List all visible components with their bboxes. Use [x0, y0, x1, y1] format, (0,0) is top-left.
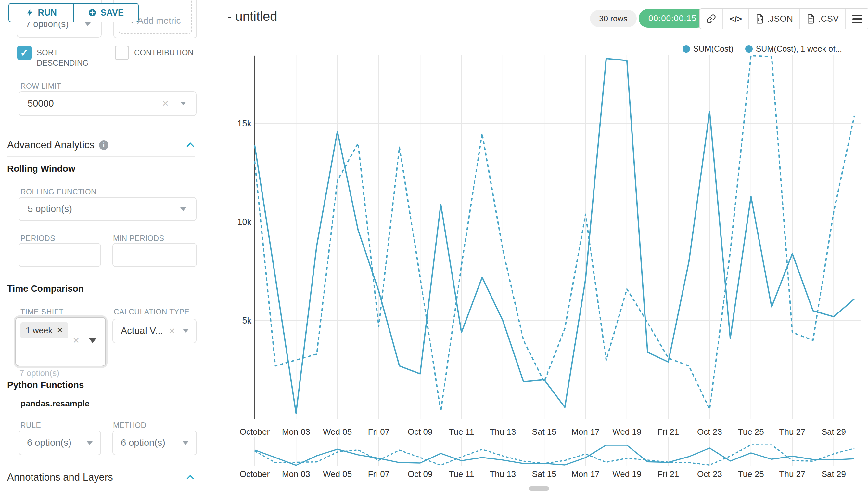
legend-dot-icon — [683, 45, 690, 53]
y-tick-label: 10k — [237, 217, 251, 227]
x-tick-label: Sat 15 — [532, 427, 556, 437]
explore-page: { "run_bar": { "run": "RUN", "save": "SA… — [0, 0, 868, 491]
calculation-type-select[interactable]: Actual V... × — [113, 319, 196, 343]
x-tick-label: Fri 07 — [368, 427, 390, 437]
chevron-down-icon — [85, 23, 91, 26]
control-panel: 7 option(s) + Add metric ✓ SORT DESCENDI… — [0, 0, 206, 491]
x-tick-label: Sat 29 — [822, 427, 846, 437]
time-shift-tag-label: 1 week — [26, 325, 52, 336]
run-button[interactable]: RUN — [9, 4, 74, 22]
export-csv-button[interactable]: .CSV — [800, 9, 846, 29]
time-shift-select[interactable]: 1 week ✕ × — [15, 317, 106, 367]
legend-item[interactable]: SUM(Cost), 1 week of... — [745, 44, 842, 54]
horizontal-scrollbar-thumb[interactable] — [529, 487, 549, 491]
x-tick-label: Thu 27 — [779, 427, 806, 437]
y-tick-label: 15k — [237, 119, 251, 128]
embed-code-button[interactable]: </> — [723, 9, 749, 29]
contribution-label: CONTRIBUTION — [134, 46, 194, 58]
x-tick-label: Wed 05 — [323, 427, 352, 437]
copy-link-button[interactable] — [700, 9, 723, 29]
export-toolbar: </> .JSON .CSV — [699, 8, 868, 29]
legend-item[interactable]: SUM(Cost) — [683, 44, 734, 54]
export-json-label: .JSON — [767, 14, 793, 24]
section-divider — [7, 156, 195, 157]
export-json-button[interactable]: .JSON — [749, 9, 800, 29]
panel-divider — [206, 0, 206, 491]
series-line-offset — [255, 56, 855, 411]
mini-x-tick-label: October — [240, 469, 270, 479]
save-label: SAVE — [100, 8, 124, 18]
mini-x-tick-label: Oct 09 — [408, 469, 433, 479]
periods-input[interactable] — [19, 243, 101, 267]
contribution-checkbox[interactable] — [115, 46, 129, 60]
clear-icon[interactable]: × — [73, 335, 79, 346]
sort-descending-row: ✓ SORT DESCENDING — [17, 46, 92, 68]
annotations-layers-header[interactable]: Annotations and Layers — [7, 471, 195, 483]
link-icon — [706, 14, 716, 24]
x-tick-label: October — [240, 427, 270, 437]
tag-remove-icon[interactable]: ✕ — [57, 326, 63, 335]
annotations-layers-title: Annotations and Layers — [7, 471, 113, 483]
x-tick-label: Thu 13 — [490, 427, 516, 437]
mini-x-tick-label: Tue 11 — [449, 469, 474, 479]
mini-x-tick-label: Tue 25 — [738, 469, 764, 479]
python-functions-title: Python Functions — [7, 380, 84, 390]
rule-label: RULE — [21, 421, 41, 430]
mini-x-tick-label: Fri 07 — [368, 469, 390, 479]
clear-icon[interactable]: × — [168, 325, 175, 336]
export-csv-label: .CSV — [818, 14, 839, 24]
mini-x-tick-label: Fri 21 — [657, 469, 679, 479]
mini-series-line-offset — [255, 445, 855, 465]
rolling-function-label: ROLLING FUNCTION — [21, 187, 96, 196]
mini-x-tick-label: Sat 15 — [532, 469, 556, 479]
time-shift-tag: 1 week ✕ — [21, 322, 68, 339]
clear-icon[interactable]: × — [162, 97, 168, 109]
rolling-function-select[interactable]: 5 option(s) — [19, 197, 196, 221]
rolling-function-value: 5 option(s) — [28, 204, 72, 214]
file-json-icon — [755, 14, 764, 24]
run-label: RUN — [38, 8, 57, 18]
chevron-down-icon[interactable] — [89, 339, 96, 343]
series-line — [255, 59, 855, 413]
time-shift-helper: 7 option(s) — [20, 368, 59, 378]
chevron-down-icon — [183, 329, 189, 333]
periods-label: PERIODS — [21, 234, 55, 243]
mini-x-tick-label: Wed 19 — [612, 469, 641, 479]
chevron-up-icon[interactable] — [185, 472, 195, 483]
x-tick-label: Fri 21 — [657, 427, 679, 437]
row-limit-select[interactable]: 50000 × — [19, 91, 196, 116]
advanced-analytics-header[interactable]: Advanced Analytics i — [7, 139, 195, 151]
chevron-up-icon[interactable] — [185, 140, 195, 150]
chevron-down-icon — [180, 102, 186, 105]
mini-x-tick-label: Wed 05 — [323, 469, 352, 479]
chart-legend: SUM(Cost)SUM(Cost), 1 week of... — [683, 44, 842, 54]
method-select[interactable]: 6 option(s) — [113, 431, 197, 455]
chart-title[interactable]: - untitled — [227, 9, 277, 24]
advanced-analytics-title: Advanced Analytics — [7, 139, 95, 151]
chart-menu-button[interactable] — [846, 9, 868, 29]
mini-x-tick-label: Mon 17 — [571, 469, 600, 479]
min-periods-input[interactable] — [113, 243, 197, 267]
method-value: 6 option(s) — [121, 437, 165, 448]
query-timer-badge: 00:00:00.15 — [639, 9, 706, 28]
y-tick-label: 5k — [242, 316, 251, 325]
check-icon: ✓ — [20, 47, 29, 59]
mini-series-line — [255, 445, 855, 465]
mini-x-tick-label: Thu 13 — [490, 469, 516, 479]
plus-circle-icon — [88, 8, 96, 17]
rule-select[interactable]: 6 option(s) — [19, 431, 101, 455]
mini-x-tick-label: Sat 29 — [822, 469, 846, 479]
chevron-down-icon — [183, 441, 188, 445]
hamburger-icon — [852, 15, 862, 23]
rows-count-badge: 30 rows — [590, 10, 637, 27]
rolling-window-title: Rolling Window — [7, 164, 75, 174]
x-tick-label: Mon 17 — [571, 427, 600, 437]
chevron-down-icon — [180, 207, 186, 211]
legend-dot-icon — [745, 45, 753, 53]
x-tick-label: Mon 03 — [282, 427, 310, 437]
save-button[interactable]: SAVE — [74, 4, 138, 22]
x-tick-label: Oct 23 — [697, 427, 722, 437]
sort-descending-checkbox[interactable]: ✓ — [17, 46, 32, 60]
time-shift-label: TIME SHIFT — [21, 308, 64, 316]
calculation-type-label: CALCULATION TYPE — [114, 308, 189, 316]
